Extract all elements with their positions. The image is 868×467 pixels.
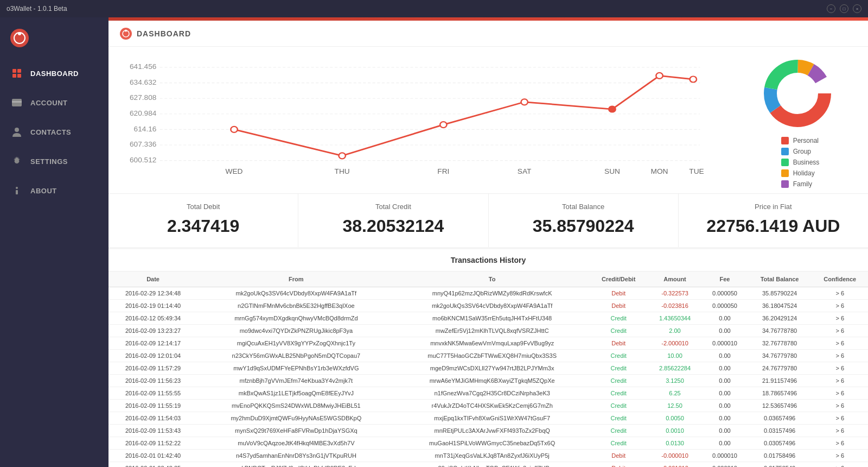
table-header-row: Date From To Credit/Debit Amount Fee Tot…: [108, 272, 868, 287]
total-balance-label: Total Balance: [494, 203, 673, 211]
cell-balance: 0.01758540: [748, 462, 812, 468]
cell-confidence: > 6: [812, 425, 868, 437]
cell-type: Credit: [590, 362, 648, 375]
sidebar-item-account[interactable]: ACCOUNT: [0, 88, 108, 117]
cell-from: my2hmDuD9XjmtQWFu9HyyNAsE5WGSDBKpQ: [197, 412, 394, 425]
card-icon: [11, 97, 23, 109]
personal-color: [781, 137, 789, 144]
info-icon: [11, 185, 23, 197]
sidebar-item-settings[interactable]: SETTINGS: [0, 147, 108, 176]
cell-date: 2016-02-19 01:14:40: [108, 300, 197, 312]
main-header-title: DASHBOARD: [119, 27, 191, 40]
svg-rect-5: [12, 74, 16, 78]
cell-date: 2016-02-09 13:23:27: [108, 325, 197, 337]
cell-date: 2016-02-09 11:52:22: [108, 437, 197, 450]
titlebar: o3Wallet - 1.0.1 Beta − □ ×: [0, 0, 868, 17]
cell-from: n4S7yd5amhanEnNnrD8Ys3nG1jVTKpuRUH: [197, 450, 394, 462]
cell-fee: 0.00: [702, 412, 747, 425]
minimize-icon[interactable]: −: [827, 4, 835, 13]
gear-icon: [11, 155, 23, 167]
col-date: Date: [108, 272, 197, 287]
cell-confidence: > 6: [812, 375, 868, 387]
table-row: 2016-02-09 12:01:04 n23CkY56mGWxALB25NbP…: [108, 350, 868, 362]
sidebar-label-settings: SETTINGS: [30, 157, 68, 166]
svg-text:MON: MON: [651, 168, 668, 175]
cell-amount: -2.000010: [648, 337, 703, 350]
family-color: [781, 180, 789, 188]
cell-to: mo6bKNCM1SaW35rrEh5utqJH4TxHFtU348: [395, 312, 590, 325]
table-row: 2016-02-29 12:34:48 mk2goUkQs3SV64cVDbdy…: [108, 287, 868, 300]
cell-confidence: > 6: [812, 300, 868, 312]
business-color: [781, 159, 789, 166]
cell-amount: 10.00: [648, 350, 703, 362]
cell-fee: 0.00: [702, 350, 747, 362]
cell-type: Credit: [590, 325, 648, 337]
col-from: From: [197, 272, 394, 287]
cell-date: 2016-02-09 12:01:04: [108, 350, 197, 362]
cell-balance: 32.76778780: [748, 337, 812, 350]
col-total-balance: Total Balance: [748, 272, 812, 287]
line-chart: 641.456 634.632 627.808 620.984 614.16 6…: [119, 55, 727, 175]
svg-text:600.512: 600.512: [130, 156, 156, 164]
header-logo: [119, 27, 132, 40]
sidebar-item-dashboard[interactable]: DASHBOARD: [0, 59, 108, 88]
cell-from: mkBNDCTegRJ6f7d9sdGtUuDLfdP6RE3oEd: [197, 462, 394, 468]
cell-to: mnvxkNK5Mwa6ewVmVmquLxap9FvVBug9yz: [395, 337, 590, 350]
stats-row: Total Debit 2.347419 Total Credit 38.205…: [108, 193, 868, 247]
cell-confidence: > 6: [812, 325, 868, 337]
cell-from: muVoV9cQAqzoeJtK4fHkqf4MBE3vXd5h7V: [197, 437, 394, 450]
legend-item-business: Business: [781, 159, 820, 166]
cell-fee: 0.00: [702, 325, 747, 337]
close-icon[interactable]: ×: [853, 4, 861, 13]
legend-label-holiday: Holiday: [793, 169, 815, 177]
legend-item-holiday: Holiday: [781, 169, 820, 177]
cell-from: mgiQcuAxEH1yVV8X9gYYPxZogQXhnjc1Ty: [197, 337, 394, 350]
cell-balance: 0.03057496: [748, 437, 812, 450]
maximize-icon[interactable]: □: [840, 4, 848, 13]
sidebar: DASHBOARD ACCOUNT CONTACTS SETTINGS ABOU: [0, 17, 108, 467]
sidebar-label-about: ABOUT: [30, 187, 57, 195]
cell-fee: 0.00: [702, 312, 747, 325]
svg-point-9: [15, 128, 19, 132]
transactions-table: Date From To Credit/Debit Amount Fee Tot…: [108, 272, 868, 467]
col-confidence: Confidence: [812, 272, 868, 287]
cell-from: mvEnoPQKKQSmS24DWxWLD8MwiyJHEiBL51: [197, 400, 394, 412]
cell-balance: 36.20429124: [748, 312, 812, 325]
cell-date: 2016-02-29 12:34:48: [108, 287, 197, 300]
cell-balance: 21.91157496: [748, 375, 812, 387]
cell-date: 2016-02-09 11:56:23: [108, 375, 197, 387]
cell-type: Credit: [590, 400, 648, 412]
cell-balance: 24.76779780: [748, 362, 812, 375]
cell-type: Credit: [590, 387, 648, 400]
cell-fee: 0.00: [702, 375, 747, 387]
svg-point-2: [18, 32, 21, 35]
sidebar-item-contacts[interactable]: CONTACTS: [0, 117, 108, 147]
col-fee: Fee: [702, 272, 747, 287]
cell-confidence: > 6: [812, 450, 868, 462]
table-row: 2016-02-09 11:57:29 mwY1d9qSxUDMFYeEPNhB…: [108, 362, 868, 375]
price-fiat-label: Price in Fiat: [684, 203, 863, 211]
table-row: 2016-02-09 11:52:22 muVoV9cQAqzoeJtK4fHk…: [108, 437, 868, 450]
cell-date: 2016-02-01 03:48:35: [108, 462, 197, 468]
svg-point-31: [339, 153, 345, 159]
cell-balance: 34.76779780: [748, 350, 812, 362]
cell-type: Credit: [590, 312, 648, 325]
svg-rect-12: [16, 190, 18, 194]
cell-amount: 0.0130: [648, 437, 703, 450]
table-row: 2016-02-12 05:49:34 mrnGg574xymDXgdkqnQh…: [108, 312, 868, 325]
chart-legend: Personal Group Business Holiday: [738, 55, 857, 188]
cell-type: Debit: [590, 450, 648, 462]
cell-to: mrwA6eYMJiGMHmqK6BXwyiZTgkqM5ZQpXe: [395, 375, 590, 387]
table-row: 2016-02-09 11:55:19 mvEnoPQKKQSmS24DWxWL…: [108, 400, 868, 412]
cell-confidence: > 6: [812, 400, 868, 412]
cell-date: 2016-02-01 01:42:40: [108, 450, 197, 462]
cell-to: mgeD9mzWCsDXLlI27Yw947rtJB2LPJYMm3x: [395, 362, 590, 375]
cell-confidence: > 6: [812, 462, 868, 468]
price-fiat-value: 22756.1419 AUD: [684, 216, 863, 236]
cell-to: muC77T5HaoGCZbFTWwEXQ8H7miuQbx3S3S: [395, 350, 590, 362]
cell-from: n2GTlNmFMnMv6cbnBk5E32HgffBE3qIXoe: [197, 300, 394, 312]
chart-area: 641.456 634.632 627.808 620.984 614.16 6…: [119, 55, 727, 175]
cell-balance: 36.18047524: [748, 300, 812, 312]
sidebar-item-about[interactable]: ABOUT: [0, 176, 108, 205]
svg-point-35: [656, 73, 662, 79]
